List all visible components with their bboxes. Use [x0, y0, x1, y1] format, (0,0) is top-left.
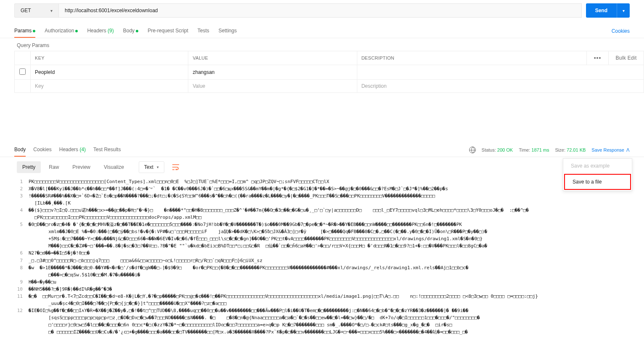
- save-to-file[interactable]: Save to a file: [564, 174, 631, 190]
- view-pretty[interactable]: Pretty: [17, 161, 41, 173]
- wrap-lines-icon[interactable]: [171, 163, 180, 172]
- globe-icon[interactable]: [469, 147, 476, 153]
- send-button[interactable]: Send ▾: [586, 3, 630, 18]
- value-header: VALUE: [188, 51, 357, 65]
- response-tabs: Body Cookies Headers (4) Test Results St…: [0, 143, 644, 157]
- rtab-body[interactable]: Body: [14, 143, 26, 157]
- chevron-down-icon: ▾: [157, 165, 159, 169]
- tab-settings[interactable]: Settings: [219, 24, 237, 38]
- view-preview[interactable]: Preview: [67, 161, 96, 173]
- view-visualize[interactable]: Visualize: [98, 161, 129, 173]
- chevron-down-icon: ▾: [50, 8, 53, 13]
- key-placeholder[interactable]: Key: [35, 83, 44, 89]
- tab-tests[interactable]: Tests: [198, 24, 209, 38]
- param-value[interactable]: zhangsan: [193, 69, 214, 75]
- tab-body[interactable]: Body: [123, 24, 138, 38]
- size-value: 72.01 KB: [567, 147, 586, 152]
- view-controls: Pretty Raw Preview Visualize Text ▾: [0, 157, 644, 176]
- table-row-new: Key Value Description: [15, 80, 644, 93]
- tab-params[interactable]: Params: [14, 24, 35, 38]
- method-label: GET: [21, 8, 31, 13]
- param-key[interactable]: PeopleId: [35, 69, 55, 75]
- rtab-headers[interactable]: Headers (4): [59, 143, 86, 157]
- rtab-test-results[interactable]: Test Results: [93, 143, 121, 157]
- row-checkbox[interactable]: [19, 68, 26, 75]
- rtab-cookies[interactable]: Cookies: [33, 143, 51, 157]
- tab-prerequest[interactable]: Pre-request Script: [148, 24, 188, 38]
- more-options-icon: •••: [594, 55, 602, 61]
- query-params-label: Query Params: [0, 38, 644, 51]
- param-description[interactable]: [357, 65, 644, 80]
- table-row: PeopleId zhangsan: [15, 65, 644, 80]
- request-tabs: Params Authorization Headers (9) Body Pr…: [0, 24, 644, 38]
- time-value: 1871 ms: [531, 147, 549, 152]
- bulk-edit-button[interactable]: Bulk Edit: [609, 51, 644, 65]
- desc-placeholder[interactable]: Description: [362, 83, 387, 89]
- tab-headers[interactable]: Headers (9): [87, 24, 113, 38]
- save-response-menu: Save as example Save to a file: [563, 158, 632, 191]
- tab-authorization[interactable]: Authorization: [45, 24, 78, 38]
- actions-header[interactable]: •••: [587, 51, 609, 65]
- cookies-link[interactable]: Cookies: [612, 25, 630, 37]
- format-select[interactable]: Text ▾: [139, 161, 164, 173]
- method-select[interactable]: GET ▾: [14, 3, 58, 18]
- response-body[interactable]: 1PK□□□□□□□□V□□□□□□□□□□□□□□□□[Content_Typ…: [0, 176, 644, 340]
- checkbox-column: [15, 51, 31, 65]
- description-header: DESCRIPTION: [357, 51, 586, 65]
- chevron-up-icon: ᐱ: [626, 147, 630, 153]
- params-table: KEY VALUE DESCRIPTION ••• Bulk Edit Peop…: [14, 51, 644, 93]
- view-raw[interactable]: Raw: [43, 161, 64, 173]
- url-input[interactable]: [58, 3, 582, 18]
- status-value: 200 OK: [497, 147, 513, 152]
- send-label[interactable]: Send: [586, 3, 617, 18]
- value-placeholder[interactable]: Value: [193, 83, 205, 89]
- save-as-example: Save as example: [563, 159, 632, 173]
- save-response-button[interactable]: Save Response ᐱ Save as example Save to …: [591, 147, 630, 153]
- key-header: KEY: [31, 51, 188, 65]
- send-dropdown[interactable]: ▾: [617, 8, 630, 13]
